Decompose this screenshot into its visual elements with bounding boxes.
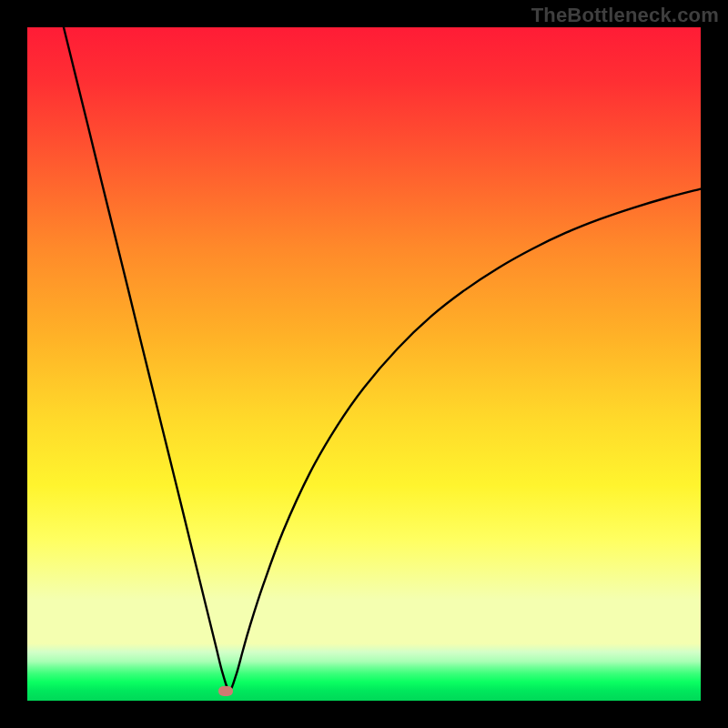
watermark-text: TheBottleneck.com (531, 4, 719, 27)
bottleneck-curve (27, 27, 701, 701)
chart-frame: TheBottleneck.com (0, 0, 728, 728)
minimum-marker (218, 686, 233, 696)
plot-area (27, 27, 701, 701)
